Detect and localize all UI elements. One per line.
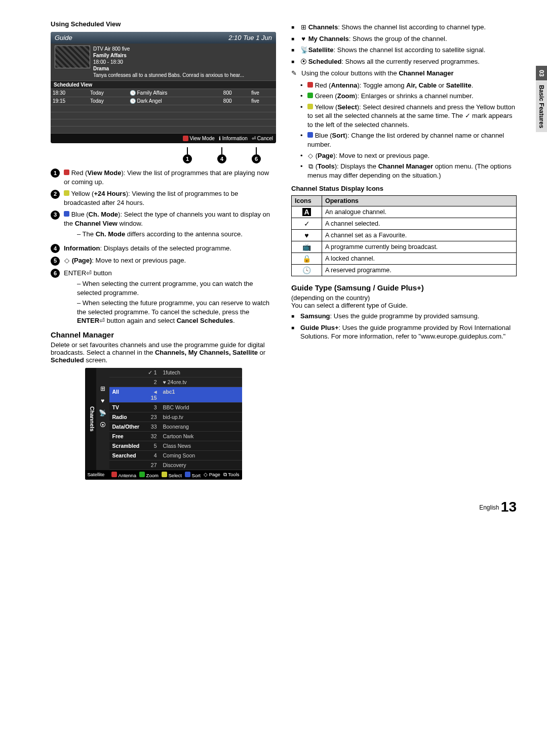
antenna-icon: ⊞ [100,385,105,392]
blue-chip-icon [307,132,313,138]
broadcast-icon: 📺 [292,241,322,253]
callout-4: 4 [217,154,226,163]
satellite-icon: 📡 [99,409,106,416]
channels-side-tab: Channels [85,368,96,470]
guide-desc: Tanya confesses all to a stunned Babs. C… [93,72,244,78]
satellite-icon: 📡 [300,46,306,55]
lock-icon: 🔒 [292,253,322,265]
page-footer: English 13 [51,499,517,515]
channel-types-list: ■⊞ Channels: Shows the channel list acco… [291,23,517,66]
note-icon: ✎ [291,69,298,78]
yellow-chip-icon [64,190,69,196]
guide-type-list: ■Samsung: Uses the guide programme by pr… [291,312,517,341]
guide-time: 18:00 - 18:30 [93,59,244,65]
red-chip-icon [183,136,188,141]
heart-icon: ♥ [300,34,306,44]
subheading-status-icons: Channel Status Display Icons [291,185,517,192]
scheduled-icon: ⦿ [100,422,106,429]
heart-icon: ♥ [292,230,322,241]
check-icon: ✓ [292,218,322,230]
note-colour-buttons: ✎ Using the colour buttons with the Chan… [291,69,517,78]
heart-icon: ♥ [101,397,104,404]
numbered-feature-list: 1 Red (View Mode): View the list of prog… [51,169,276,327]
guide-programme: Family Affairs [93,52,244,59]
clock-icon: 🕓 [292,265,322,276]
page-arrows-icon: ◇ [64,256,70,265]
section-tab-num: 03 [536,66,547,80]
tools-icon: ⧉ [307,162,314,171]
guide-title: Guide [55,34,72,41]
guide-clock: 2:10 Tue 1 Jun [228,34,272,41]
check-icon: ✓ [465,112,471,119]
channel-manager-desc: Delete or set favourites channels and us… [51,341,276,364]
scheduled-table: 18:30Today🕓 Family Affairs800five 19:15T… [51,89,276,134]
enter-icon: ⏎ [86,269,92,277]
callout-1: 1 [183,154,192,163]
info-icon: ℹ [219,136,221,141]
callout-row: 1 4 6 [51,147,276,163]
guide-thumbnail [55,46,90,68]
channels-screenshot: Channels ⊞ ♥ 📡 ⦿ ✓ 11futech 2♥ 24ore.tv … [85,368,242,480]
green-chip-icon [307,93,313,98]
channels-icon: ⊞ [300,23,306,32]
guide-genre: Drama [93,65,244,72]
return-icon: ⏎ [252,136,256,141]
guide-screenshot: Guide 2:10 Tue 1 Jun DTV Air 800 five Fa… [51,32,276,143]
page-arrows-icon: ◇ [307,151,314,160]
status-icons-table: IconsOperations AAn analogue channel. ✓A… [291,195,517,276]
colour-button-list: • Red (Antenna): Toggle among Air, Cable… [300,81,517,180]
blue-chip-icon [64,211,69,217]
red-chip-icon [64,170,69,175]
subheading-scheduled-view: Using Scheduled View [51,20,276,28]
guide-type-dep: (depending on the country) [291,294,517,302]
scheduled-view-label: Scheduled View [51,80,276,89]
heading-channel-manager: Channel Manager [51,330,276,339]
callout-6: 6 [252,154,261,163]
section-tab-label: Basic Features [536,81,547,132]
guide-source: DTV Air 800 five [93,46,244,52]
satellite-label: Satellite [88,472,105,478]
guide-type-desc: You can select a different type of Guide… [291,302,517,309]
scheduled-icon: ⦿ [300,57,306,66]
yellow-chip-icon [307,104,313,109]
analogue-icon: A [292,206,322,218]
red-chip-icon [307,82,313,88]
heading-guide-type: Guide Type (Samsung / Guide Plus+) [291,283,517,292]
